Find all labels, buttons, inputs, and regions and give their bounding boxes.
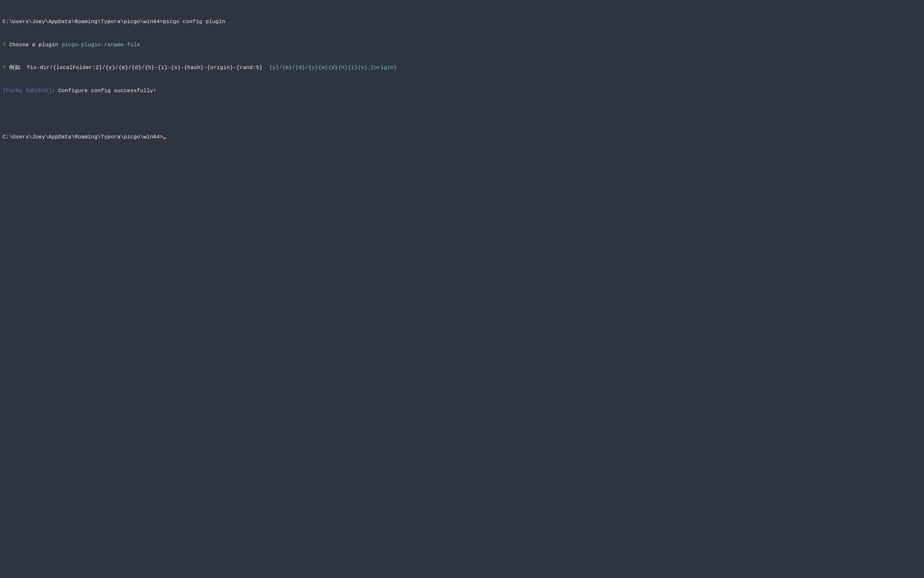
command-line-2: C:\Users\Joey\AppData\Roaming\Typora\pic…: [3, 133, 921, 141]
example-label: 例如 fix-dir/{localFolder:2}/{y}/{m}/{d}/{…: [6, 65, 266, 71]
question-mark-icon: ?: [3, 42, 6, 48]
status-badge: [PicGo SUCCESS]: [3, 88, 52, 94]
success-message: Configure config successfully!: [58, 88, 156, 94]
prompt-label: Choose a plugin: [6, 42, 61, 48]
cursor-icon: [163, 138, 166, 139]
colon: :: [52, 88, 58, 94]
pattern-answer: {y}/{m}/{d}/{y}{m}{d}{h}{i}{s}_{origin}: [266, 65, 397, 71]
prompt-path: C:\Users\Joey\AppData\Roaming\Typora\pic…: [3, 19, 163, 25]
question-mark-icon: ?: [3, 65, 6, 71]
prompt-line-example: ? 例如 fix-dir/{localFolder:2}/{y}/{m}/{d}…: [3, 64, 921, 71]
success-line: [PicGo SUCCESS]: Configure config succes…: [3, 87, 921, 95]
prompt-line-choose-plugin: ? Choose a plugin picgo-plugin-rename-fi…: [3, 41, 921, 49]
plugin-answer: picgo-plugin-rename-file: [62, 42, 140, 48]
prompt-path: C:\Users\Joey\AppData\Roaming\Typora\pic…: [3, 134, 163, 140]
terminal-output[interactable]: C:\Users\Joey\AppData\Roaming\Typora\pic…: [3, 3, 921, 149]
command-text: picgo config plugin: [163, 19, 225, 25]
command-line-1: C:\Users\Joey\AppData\Roaming\Typora\pic…: [3, 18, 921, 26]
blank-line: [3, 110, 921, 118]
